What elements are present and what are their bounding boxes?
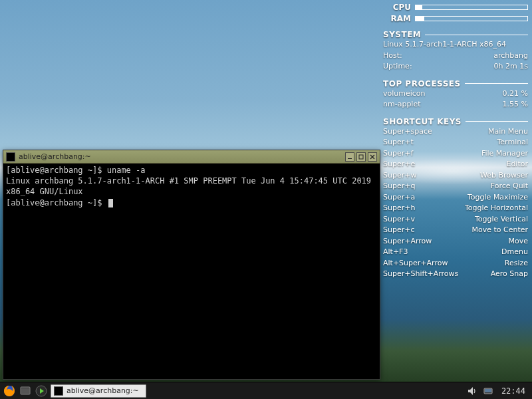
shortcut-key: Super+e (383, 159, 415, 170)
ram-meter: RAM (383, 14, 528, 23)
process-pct: 0.21 % (503, 88, 528, 100)
svg-rect-1 (359, 155, 363, 159)
shortcut-key: Super+f (383, 148, 413, 160)
shortcut-key: Alt+Super+Arrow (383, 258, 448, 269)
top-processes-section: TOP PROCESSES volumeicon0.21 %nm-applet1… (383, 79, 528, 110)
shortcut-row: Alt+Super+ArrowResize (383, 258, 528, 269)
shortcut-action: Main Menu (488, 126, 528, 138)
terminal-cursor (108, 199, 113, 207)
shortcut-row: Super+wWeb Browser (383, 170, 528, 182)
shortcut-row: Super+vToggle Vertical (383, 214, 528, 225)
shortcut-row: Super+fFile Manager (383, 148, 528, 160)
window-title: ablive@archbang:~ (19, 152, 345, 161)
system-header: SYSTEM (383, 30, 528, 39)
terminal-line: [ablive@archbang ~]$ (6, 198, 377, 208)
terminal-line: [ablive@archbang ~]$ uname -a (6, 165, 377, 176)
run-launcher-icon[interactable] (35, 384, 48, 398)
shortcut-row: Super+aToggle Maximize (383, 192, 528, 203)
shortcut-key: Super+space (383, 126, 432, 138)
minimize-button[interactable] (345, 152, 354, 162)
shortcut-header: SHORTCUT KEYS (383, 117, 528, 126)
shortcut-row: Super+cMove to Center (383, 225, 528, 236)
svg-rect-0 (348, 158, 352, 159)
shortcut-key: Super+a (383, 192, 415, 203)
uptime-label: Uptime: (383, 61, 412, 72)
shortcut-row: Super+eEditor (383, 159, 528, 170)
cpu-meter: CPU (383, 3, 528, 12)
svg-marker-9 (468, 387, 473, 395)
process-name: nm-applet (383, 99, 421, 110)
terminal-line: Linux archbang 5.1.7-arch1-1-ARCH #1 SMP… (6, 176, 377, 197)
process-pct: 1.55 % (503, 99, 528, 110)
shortcut-row: Alt+F3Dmenu (383, 247, 528, 258)
shortcut-key: Super+h (383, 203, 415, 214)
svg-rect-6 (21, 388, 29, 394)
shortcut-action: Resize (505, 258, 528, 269)
cpu-label: CPU (393, 3, 411, 12)
firefox-launcher-icon[interactable] (3, 384, 16, 398)
shortcut-key: Super+t (383, 137, 414, 148)
shortcut-action: Dmenu (501, 247, 528, 258)
shortcut-action: Toggle Maximize (467, 192, 528, 203)
shortcut-action: Terminal (497, 137, 529, 148)
shortcut-action: Toggle Horizontal (465, 203, 528, 214)
shortcut-key: Super+Arrow (383, 236, 432, 247)
shortcut-key: Super+v (383, 214, 415, 225)
terminal-window[interactable]: ablive@archbang:~ [ablive@archbang ~]$ u… (3, 150, 380, 380)
shortcut-action: Move (509, 236, 529, 247)
shortcut-key: Super+c (383, 225, 415, 236)
process-row: nm-applet1.55 % (383, 99, 528, 110)
shortcut-action: Aero Snap (491, 269, 528, 280)
taskbar[interactable]: ablive@archbang:~ 22:44 (0, 382, 532, 399)
taskbar-clock[interactable]: 22:44 (501, 386, 525, 396)
process-name: volumeicon (383, 88, 426, 100)
process-row: volumeicon0.21 % (383, 88, 528, 100)
shortcut-key: Alt+F3 (383, 247, 408, 258)
close-button[interactable] (368, 152, 377, 162)
shortcut-action: Move to Center (471, 225, 528, 236)
volume-tray-icon[interactable] (466, 384, 479, 398)
shortcut-action: File Manager (481, 148, 528, 160)
maximize-button[interactable] (356, 152, 366, 162)
host-label: Host: (383, 51, 402, 62)
terminal-body[interactable]: [ablive@archbang ~]$ uname -aLinux archb… (3, 164, 380, 379)
taskbar-window-button[interactable]: ablive@archbang:~ (51, 384, 146, 398)
network-tray-icon[interactable] (481, 384, 495, 398)
shortcut-row: Super+qForce Quit (383, 181, 528, 192)
window-titlebar[interactable]: ablive@archbang:~ (3, 150, 380, 164)
system-section: SYSTEM Linux 5.1.7-arch1-1-ARCH x86_64 H… (383, 30, 528, 72)
shortcut-row: Super+ArrowMove (383, 236, 528, 247)
shortcut-key: Super+w (383, 170, 416, 182)
shortcut-key: Super+q (383, 181, 415, 192)
shortcut-action: Toggle Vertical (475, 214, 528, 225)
ram-label: RAM (391, 14, 411, 23)
file-manager-launcher-icon[interactable] (19, 384, 32, 398)
shortcut-action: Editor (506, 159, 528, 170)
shortcut-action: Force Quit (491, 181, 528, 192)
conky-overlay: CPU RAM SYSTEM Linux 5.1.7-arch1-1-ARCH … (383, 3, 528, 280)
kernel-line: Linux 5.1.7-arch1-1-ARCH x86_64 (383, 39, 506, 51)
shortcut-section: SHORTCUT KEYS Super+spaceMain MenuSuper+… (383, 117, 528, 280)
top-header: TOP PROCESSES (383, 79, 528, 88)
taskbar-window-label: ablive@archbang:~ (66, 386, 139, 395)
terminal-icon (6, 152, 15, 162)
host-value: archbang (493, 51, 528, 62)
shortcut-action: Web Browser (480, 170, 528, 182)
shortcut-row: Super+tTerminal (383, 137, 528, 148)
shortcut-row: Super+spaceMain Menu (383, 126, 528, 138)
shortcut-row: Super+Shift+ArrowsAero Snap (383, 269, 528, 280)
terminal-icon (54, 386, 63, 396)
shortcut-row: Super+hToggle Horizontal (383, 203, 528, 214)
shortcut-key: Super+Shift+Arrows (383, 269, 458, 280)
svg-rect-11 (485, 389, 491, 392)
uptime-value: 0h 2m 1s (494, 61, 528, 72)
